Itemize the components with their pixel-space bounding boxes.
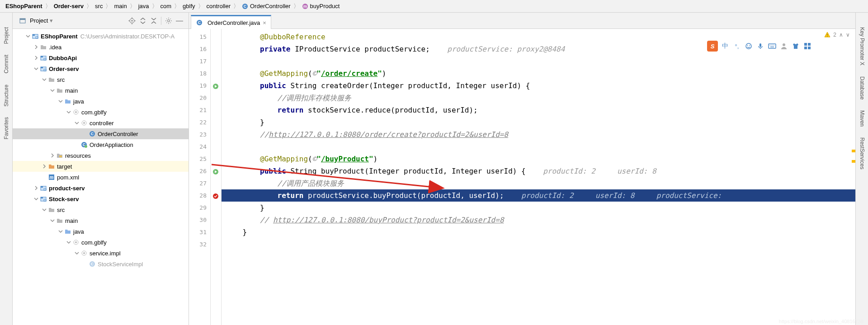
tree-arrow-icon[interactable] [49,152,56,159]
ime-user-icon[interactable] [779,42,788,51]
expand-all-icon[interactable] [137,15,148,26]
breadcrumb-item[interactable]: controller [205,3,232,9]
code-line[interactable]: } [222,202,855,214]
breadcrumb-item[interactable]: gblfy [181,3,197,9]
rightbar-item-database[interactable]: Database [857,71,867,105]
leftbar-item-favorites[interactable]: Favorites [1,112,11,145]
breakpoint-gutter-icon[interactable] [212,192,219,199]
leftbar-item-structure[interactable]: Structure [1,79,11,112]
line-number[interactable]: 17 [189,55,210,67]
line-number[interactable]: 31 [189,226,210,238]
line-number[interactable]: 22 [189,116,210,128]
tree-node[interactable]: DubboApi [13,52,189,63]
line-number[interactable]: 15 [189,31,210,43]
tree-arrow-icon[interactable] [73,141,80,148]
tree-arrow-icon[interactable] [57,228,64,235]
tree-node[interactable]: mpom.xml [13,172,189,183]
run-gutter-icon[interactable] [212,167,219,174]
leftbar-item-project[interactable]: Project [1,22,11,49]
hide-panel-icon[interactable]: — [174,15,185,26]
tree-node[interactable]: src [13,74,189,85]
tree-arrow-icon[interactable] [73,119,80,127]
tree-node[interactable]: main [13,85,189,96]
close-icon[interactable]: × [263,19,266,26]
breadcrumb-item[interactable]: java [137,3,151,9]
tree-arrow-icon[interactable] [81,260,89,268]
project-view-selector[interactable]: Project ▾ [16,16,56,25]
ime-voice-icon[interactable] [756,42,765,51]
tree-arrow-icon[interactable] [73,250,80,257]
code-line[interactable]: } [222,226,855,238]
tree-node[interactable]: CStockServiceImpl [13,259,189,269]
settings-icon[interactable] [163,15,174,26]
line-number[interactable]: 25 [189,153,210,165]
tree-node[interactable]: src [13,204,189,215]
locate-icon[interactable] [127,15,137,26]
tree-node[interactable]: java [13,96,189,107]
tree-node[interactable]: com.gblfy [13,107,189,118]
tree-node[interactable]: COrderController [13,128,189,139]
code-line[interactable] [222,238,855,250]
line-number[interactable]: 30 [189,214,210,226]
code-area[interactable]: @DubboReference private IProductService … [222,29,855,325]
code-line[interactable]: } [222,116,855,128]
line-number[interactable]: 24 [189,141,210,153]
next-highlight-icon[interactable]: ∨ [846,32,850,38]
breadcrumb-item[interactable]: EShopParent [4,3,44,9]
tree-arrow-icon[interactable] [41,163,48,170]
tree-node[interactable]: java [13,226,189,237]
code-line[interactable]: public String createOrder(Integer produc… [222,80,855,92]
code-line[interactable]: @GetMapping(©"/buyProduct") [222,153,855,165]
tree-node[interactable]: target [13,161,189,172]
tree-node[interactable]: service.impl [13,248,189,259]
ime-lang[interactable]: 中 [721,42,730,51]
tree-arrow-icon[interactable] [41,206,48,213]
rightbar-item-maven[interactable]: Maven [857,105,867,132]
tree-node[interactable]: product-serv [13,183,189,193]
collapse-all-icon[interactable] [148,15,159,26]
code-line[interactable]: return stockService.reduce(productId, us… [222,104,855,116]
ime-punct-icon[interactable]: °, [732,42,741,51]
breadcrumb-item[interactable]: mbuyProduct [300,3,342,9]
tree-arrow-icon[interactable] [65,239,72,246]
breadcrumb-item[interactable]: src [93,3,104,9]
tree-arrow-icon[interactable] [81,130,89,137]
breadcrumb-item[interactable]: com [159,3,174,9]
tree-node[interactable]: com.gblfy [13,237,189,248]
line-number[interactable]: 18 [189,67,210,80]
ime-skin-icon[interactable] [791,42,800,51]
code-line[interactable] [222,141,855,153]
code-line[interactable]: return productService.buyProduct(product… [222,189,855,202]
ime-toolbox-icon[interactable] [803,42,812,51]
tree-arrow-icon[interactable] [41,76,48,83]
project-tree[interactable]: EShopParentC:\Users\Administrator.DESKTO… [13,29,189,325]
code-line[interactable]: //调用扣库存模块服务 [222,92,855,104]
run-gutter-icon[interactable] [212,82,219,89]
tree-arrow-icon[interactable] [49,87,56,94]
line-number[interactable]: 26 [189,165,210,177]
tree-arrow-icon[interactable] [65,108,72,116]
code-line[interactable]: // http://127.0.0.1:8080/buyProduct?prod… [222,214,855,226]
ime-keyboard-icon[interactable] [768,42,777,51]
tree-node[interactable]: Order-serv [13,63,189,74]
prev-highlight-icon[interactable]: ∧ [839,32,843,38]
code-line[interactable]: //http://127.0.0.1:8080/order/create?pro… [222,128,855,141]
tree-arrow-icon[interactable] [41,174,48,181]
line-number-gutter[interactable]: 151617181920212223242526272829303132 [189,29,211,325]
line-number[interactable]: 20 [189,92,210,104]
breadcrumb-item[interactable]: Order-serv [52,3,85,9]
code-line[interactable] [222,55,855,67]
tree-node[interactable]: .idea [13,42,189,52]
line-number[interactable]: 21 [189,104,210,116]
tree-arrow-icon[interactable] [24,33,32,40]
tree-node[interactable]: main [13,215,189,226]
breadcrumb-item[interactable]: COrderController [240,3,292,9]
code-line[interactable]: public String buyProduct(Integer product… [222,165,855,177]
leftbar-item-commit[interactable]: Commit [1,49,11,79]
code-line[interactable]: @GetMapping(©"/order/create") [222,67,855,80]
ime-toolbar[interactable]: S 中 °, [704,39,815,53]
line-number[interactable]: 32 [189,238,210,250]
tree-arrow-icon[interactable] [49,217,56,224]
tree-arrow-icon[interactable] [33,184,40,192]
tree-node[interactable]: Stock-serv [13,193,189,204]
